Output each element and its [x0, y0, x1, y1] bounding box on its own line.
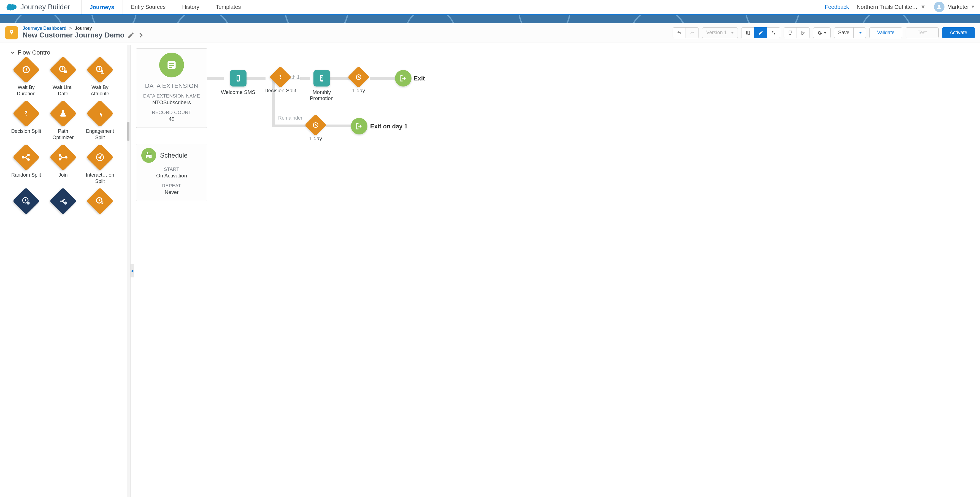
- chevron-down-icon: [859, 32, 862, 33]
- svg-rect-35: [147, 156, 148, 156]
- node-welcome-sms[interactable]: Welcome SMS: [221, 70, 255, 95]
- question-icon: [269, 66, 291, 88]
- nav-tab-templates[interactable]: Templates: [207, 0, 249, 14]
- entry-source-card[interactable]: DATA EXTENSION DATA EXTENSION NAME NTOSu…: [136, 48, 207, 128]
- tool-split[interactable]: Random Split: [10, 148, 42, 184]
- breadcrumb-current: Journey: [75, 26, 92, 30]
- tool-compass[interactable]: Interact… on Split: [84, 148, 116, 184]
- avatar-icon: [934, 2, 945, 12]
- goal-button[interactable]: [784, 27, 797, 38]
- svg-point-24: [27, 201, 29, 204]
- clock-icon: [348, 66, 369, 88]
- svg-point-1: [92, 15, 136, 23]
- settings-menu[interactable]: [813, 27, 831, 38]
- clock-bolt-icon: [86, 188, 114, 215]
- exit-icon: [395, 70, 412, 86]
- save-button[interactable]: Save: [834, 27, 854, 38]
- node-wait-1day-top[interactable]: 1 day: [351, 69, 366, 94]
- edit-mode-button[interactable]: [754, 27, 767, 38]
- svg-point-0: [13, 15, 64, 23]
- svg-rect-10: [748, 31, 750, 34]
- salesforce-cloud-icon: [5, 3, 16, 11]
- nav-tab-entry-sources[interactable]: Entry Sources: [123, 0, 174, 14]
- top-nav: Journey Builder Journeys Entry Sources H…: [0, 0, 980, 15]
- undo-redo-group: [673, 27, 699, 38]
- tool-clock-cal[interactable]: Wait Until Date: [47, 60, 80, 97]
- workspace: Flow Control Wait By DurationWait Until …: [0, 45, 980, 497]
- pencil-icon[interactable]: [127, 32, 134, 39]
- question-icon: [13, 100, 40, 127]
- save-group: Save: [834, 27, 866, 38]
- split-icon: [13, 144, 40, 171]
- svg-rect-41: [237, 76, 239, 80]
- tool-question[interactable]: Decision Split: [10, 104, 42, 140]
- business-unit-dropdown[interactable]: Northern Trails Outfitte… ▼: [857, 4, 926, 10]
- breadcrumb-root[interactable]: Journeys Dashboard: [22, 26, 66, 30]
- exit-criteria-button[interactable]: [797, 27, 810, 38]
- activate-button[interactable]: Activate: [942, 27, 975, 38]
- nav-tab-history[interactable]: History: [174, 0, 207, 14]
- redo-button[interactable]: [686, 27, 699, 38]
- chevron-down-icon: [824, 32, 827, 33]
- svg-rect-39: [148, 157, 149, 158]
- node-wait-1day-bottom[interactable]: 1 day: [308, 117, 323, 142]
- node-monthly-promotion[interactable]: Monthly Promotion: [308, 70, 336, 101]
- node-exit-bottom-label: Exit on day 1: [370, 123, 408, 130]
- click-icon: [86, 100, 114, 127]
- tool-beaker[interactable]: Path Optimizer: [47, 104, 80, 140]
- node-exit-top[interactable]: [395, 70, 412, 86]
- clock-icon: [13, 56, 40, 83]
- calendar-icon: [141, 148, 156, 163]
- chevron-right-icon[interactable]: [137, 32, 144, 39]
- journey-canvas[interactable]: ◀ DATA EXTENSION DATA EXTENSION NAME NTO…: [130, 45, 980, 497]
- clock-icon: [305, 114, 326, 136]
- app-title: Journey Builder: [21, 3, 70, 11]
- canvas-edge: [272, 124, 309, 127]
- business-unit-label: Northern Trails Outfitte…: [857, 4, 918, 10]
- validate-button[interactable]: Validate: [869, 27, 902, 38]
- page-title: New Customer Journey Demo: [22, 31, 124, 40]
- svg-rect-46: [321, 79, 322, 79]
- tool-clock-user[interactable]: Wait By Attribute: [84, 60, 116, 97]
- tool-click[interactable]: Engagement Split: [84, 104, 116, 140]
- tool-join[interactable]: Join: [47, 148, 80, 184]
- tool-einstein[interactable]: [10, 191, 42, 228]
- svg-rect-32: [146, 153, 152, 155]
- chevron-down-icon: [731, 32, 734, 33]
- undo-button[interactable]: [673, 27, 686, 38]
- tool-clock[interactable]: Wait By Duration: [10, 60, 42, 97]
- tool-einstein2[interactable]: [47, 191, 80, 228]
- goal-exit-group: [784, 27, 810, 38]
- sidebar-scrollbar[interactable]: [127, 45, 130, 497]
- node-decision-split[interactable]: Decision Split: [264, 69, 296, 94]
- svg-rect-33: [147, 152, 148, 154]
- view-mode-group: [741, 27, 780, 38]
- panel-view-button[interactable]: [741, 27, 754, 38]
- svg-point-18: [22, 156, 24, 158]
- user-menu[interactable]: Marketer ▼: [934, 2, 975, 12]
- save-options-button[interactable]: [853, 27, 866, 38]
- node-exit-bottom[interactable]: [351, 118, 368, 134]
- collapse-sidebar-handle[interactable]: ◀: [130, 264, 134, 277]
- svg-rect-29: [169, 65, 174, 66]
- test-button[interactable]: Test: [906, 27, 939, 38]
- journey-badge-icon: [5, 26, 18, 40]
- svg-rect-13: [64, 70, 67, 73]
- svg-rect-34: [150, 152, 150, 154]
- tool-clock-bolt[interactable]: [84, 191, 116, 228]
- breadcrumb: Journeys Dashboard > Journey: [22, 26, 144, 31]
- feedback-link[interactable]: Feedback: [825, 4, 849, 10]
- compass-icon: [86, 144, 114, 171]
- version-dropdown[interactable]: Version 1: [702, 27, 738, 38]
- svg-rect-37: [150, 156, 151, 156]
- chevron-down-icon: ▼: [920, 4, 926, 10]
- compact-view-button[interactable]: [767, 27, 780, 38]
- svg-point-17: [28, 159, 29, 161]
- svg-rect-30: [169, 67, 172, 68]
- nav-tab-journeys[interactable]: Journeys: [81, 0, 123, 14]
- svg-point-21: [65, 156, 67, 158]
- svg-point-7: [746, 15, 799, 23]
- section-flow-control[interactable]: Flow Control: [10, 49, 126, 56]
- clock-user-icon: [86, 56, 114, 83]
- schedule-card[interactable]: Schedule START On Activation REPEAT Neve…: [136, 144, 207, 201]
